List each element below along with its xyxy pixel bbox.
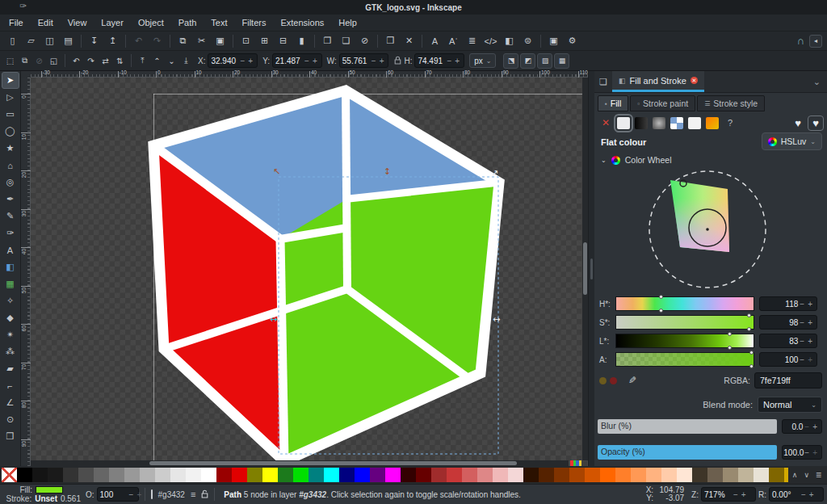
- canvas-viewport[interactable]: ↖ ↕ ↔ ↔ ↗: [31, 78, 588, 466]
- palette-swatch[interactable]: [723, 468, 738, 482]
- layers-dialog-icon[interactable]: ≣: [464, 33, 481, 49]
- palette-swatch[interactable]: [401, 468, 416, 482]
- lock-ratio-icon[interactable]: [394, 56, 401, 66]
- rotation-input[interactable]: 0.00°−+: [769, 487, 824, 502]
- w-input[interactable]: 55.761−+: [339, 53, 389, 68]
- palette-swatch[interactable]: [431, 468, 447, 482]
- ungroup-icon[interactable]: ✕: [401, 33, 418, 49]
- new-document-icon[interactable]: ▯: [4, 33, 21, 49]
- object-opacity-input[interactable]: 100−+: [97, 487, 139, 502]
- horizontal-scrollbar[interactable]: [31, 460, 569, 466]
- palette-swatch[interactable]: [447, 468, 462, 482]
- zoom-selection-icon[interactable]: ⊡: [237, 33, 254, 49]
- palette-swatch[interactable]: [109, 468, 124, 482]
- units-dropdown[interactable]: px⌄: [469, 53, 496, 68]
- copy-icon[interactable]: ⧉: [174, 33, 191, 49]
- spray-tool[interactable]: ⁂: [2, 343, 19, 360]
- print-icon[interactable]: ▤: [60, 33, 77, 49]
- pencil-tool[interactable]: ✎: [2, 208, 19, 225]
- alpha-input[interactable]: 100−+: [759, 352, 817, 367]
- palette-swatch[interactable]: [186, 468, 201, 482]
- menu-help[interactable]: Help: [331, 16, 364, 29]
- palette-swatch[interactable]: [17, 468, 32, 482]
- palette-swatch[interactable]: [738, 468, 754, 482]
- palette-swatch[interactable]: [339, 468, 355, 482]
- x-input[interactable]: 32.940−+: [208, 53, 258, 68]
- rotate-cw-icon[interactable]: ↷: [84, 53, 98, 68]
- calligraphy-tool[interactable]: ✑: [2, 225, 19, 242]
- menu-object[interactable]: Object: [131, 16, 171, 29]
- select-all-layers-icon[interactable]: ⧉: [18, 53, 31, 68]
- palette-swatch[interactable]: [615, 468, 631, 482]
- palette-swatch[interactable]: [78, 468, 94, 482]
- tab-stroke-paint[interactable]: ▫Stroke paint: [630, 95, 695, 111]
- box3d-tool[interactable]: ⌂: [2, 157, 19, 174]
- rectangle-tool[interactable]: ▭: [2, 106, 19, 123]
- y-input[interactable]: 21.487−+: [272, 53, 322, 68]
- scale-stroke-toggle[interactable]: ⬔: [503, 53, 518, 69]
- layer-name[interactable]: #g3432: [158, 490, 185, 499]
- close-dialog-icon[interactable]: ✕: [691, 77, 698, 84]
- zoom-input[interactable]: 717%−+: [701, 487, 756, 502]
- menu-text[interactable]: Text: [204, 16, 234, 29]
- lower-icon[interactable]: ⌄: [165, 53, 178, 68]
- palette-scroll-up-icon[interactable]: ∧: [790, 471, 800, 479]
- palette-swatch[interactable]: [539, 468, 554, 482]
- font-dialog-icon[interactable]: Aˈ: [445, 33, 462, 49]
- ellipse-tool[interactable]: ◯: [2, 123, 19, 140]
- scale-pattern-toggle[interactable]: ▦: [554, 53, 569, 69]
- text-dialog-icon[interactable]: A: [426, 33, 443, 49]
- palette-swatch[interactable]: [707, 468, 723, 482]
- palette-swatch[interactable]: [523, 468, 539, 482]
- fill-stroke-dialog-icon[interactable]: ◧: [501, 33, 518, 49]
- chevron-down-icon[interactable]: ⌄: [813, 77, 827, 87]
- palette-swatch[interactable]: [201, 468, 216, 482]
- node-tool[interactable]: ▷: [2, 89, 19, 106]
- pages-tool[interactable]: ❒: [2, 428, 19, 445]
- palette-swatch[interactable]: [140, 468, 155, 482]
- palette-swatch[interactable]: [600, 468, 615, 482]
- tab-stroke-style[interactable]: ☰Stroke style: [697, 95, 765, 111]
- zoom-tool[interactable]: ⊙: [2, 411, 19, 428]
- selection-bbox-icon[interactable]: ◱: [47, 53, 61, 68]
- palette-swatch[interactable]: [124, 468, 140, 482]
- alpha-slider[interactable]: [615, 352, 754, 367]
- unlink-clone-icon[interactable]: ⊘: [356, 33, 373, 49]
- saturation-slider[interactable]: [615, 315, 754, 330]
- scale-gradient-toggle[interactable]: ▨: [537, 53, 552, 69]
- rgba-input[interactable]: 7fe719ff: [754, 372, 822, 388]
- swatch-paint-icon[interactable]: [688, 117, 701, 129]
- swatch-heart-active-icon[interactable]: ♥: [809, 117, 822, 129]
- menu-edit[interactable]: Edit: [31, 16, 61, 29]
- palette-swatch[interactable]: [262, 468, 278, 482]
- palette-swatch[interactable]: [508, 468, 523, 482]
- blur-slider[interactable]: Blur (%): [598, 419, 777, 434]
- palette-swatch[interactable]: [385, 468, 401, 482]
- swatch-heart-icon[interactable]: ♥: [791, 117, 804, 129]
- scale-corners-toggle[interactable]: ◩: [520, 53, 535, 69]
- titlebar[interactable]: ✑ GTK_logo.svg - Inkscape: [0, 0, 827, 15]
- palette-swatch[interactable]: [493, 468, 508, 482]
- zoom-page-icon[interactable]: ⊟: [275, 33, 292, 49]
- menu-extensions[interactable]: Extensions: [273, 16, 331, 29]
- align-dialog-icon[interactable]: ⊜: [519, 33, 536, 49]
- dialog-icon[interactable]: ▣: [545, 33, 562, 49]
- mesh-tool[interactable]: ▦: [2, 275, 19, 292]
- preferences-icon[interactable]: ⚙: [564, 33, 581, 49]
- save-document-icon[interactable]: ◫: [41, 33, 58, 49]
- palette-swatch[interactable]: [569, 468, 585, 482]
- eyedropper-icon[interactable]: ✎: [628, 375, 636, 386]
- eraser-tool[interactable]: ▰: [2, 360, 19, 377]
- duplicate-icon[interactable]: ❐: [319, 33, 336, 49]
- palette-scroll-down-icon[interactable]: ∨: [801, 471, 812, 479]
- palette-swatch[interactable]: [48, 468, 63, 482]
- color-history-dot[interactable]: [599, 377, 607, 384]
- mesh-gradient-icon[interactable]: [706, 117, 719, 129]
- palette-swatch[interactable]: [232, 468, 247, 482]
- palette-swatch[interactable]: [554, 468, 569, 482]
- palette-swatch[interactable]: [155, 468, 170, 482]
- zoom-drawing-icon[interactable]: ⊞: [256, 33, 273, 49]
- export-icon[interactable]: ↥: [104, 33, 121, 49]
- horizontal-ruler[interactable]: -30-20-100102030405060708090100110: [31, 71, 588, 78]
- palette-swatch[interactable]: [769, 468, 784, 482]
